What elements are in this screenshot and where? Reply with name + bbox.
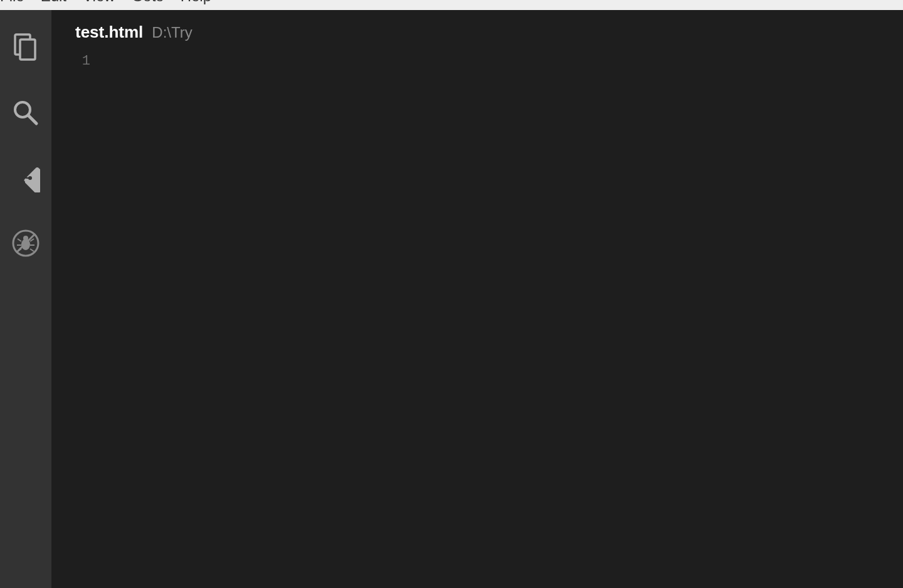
activity-explorer[interactable] — [11, 33, 41, 63]
svg-rect-1 — [20, 39, 35, 60]
debug-icon — [11, 229, 40, 258]
editor-pane: test.html D:\Try 1 — [51, 10, 903, 588]
menu-goto[interactable]: Goto — [132, 0, 164, 4]
svg-line-16 — [30, 249, 34, 251]
code-area[interactable] — [105, 51, 903, 588]
open-file-path: D:\Try — [152, 24, 192, 41]
open-file-name: test.html — [75, 23, 143, 42]
editor-header: test.html D:\Try — [51, 10, 903, 51]
activity-bar — [0, 10, 51, 588]
svg-point-10 — [23, 236, 28, 241]
activity-git[interactable] — [11, 163, 41, 193]
svg-rect-4 — [23, 167, 40, 192]
menu-file[interactable]: File — [0, 0, 24, 4]
line-number: 1 — [51, 53, 90, 69]
git-icon — [11, 164, 40, 192]
activity-search[interactable] — [11, 98, 41, 128]
menu-edit[interactable]: Edit — [41, 0, 66, 4]
menu-help[interactable]: Help — [181, 0, 211, 4]
activity-debug[interactable] — [11, 228, 41, 258]
svg-line-11 — [18, 239, 21, 241]
svg-line-3 — [28, 115, 36, 123]
editor-body: 1 — [51, 51, 903, 588]
search-icon — [11, 98, 40, 127]
main-area: test.html D:\Try 1 — [0, 10, 903, 588]
line-number-gutter: 1 — [51, 51, 105, 588]
files-icon — [13, 33, 39, 62]
menubar: File Edit View Goto Help — [0, 0, 903, 10]
menu-view[interactable]: View — [83, 0, 115, 4]
